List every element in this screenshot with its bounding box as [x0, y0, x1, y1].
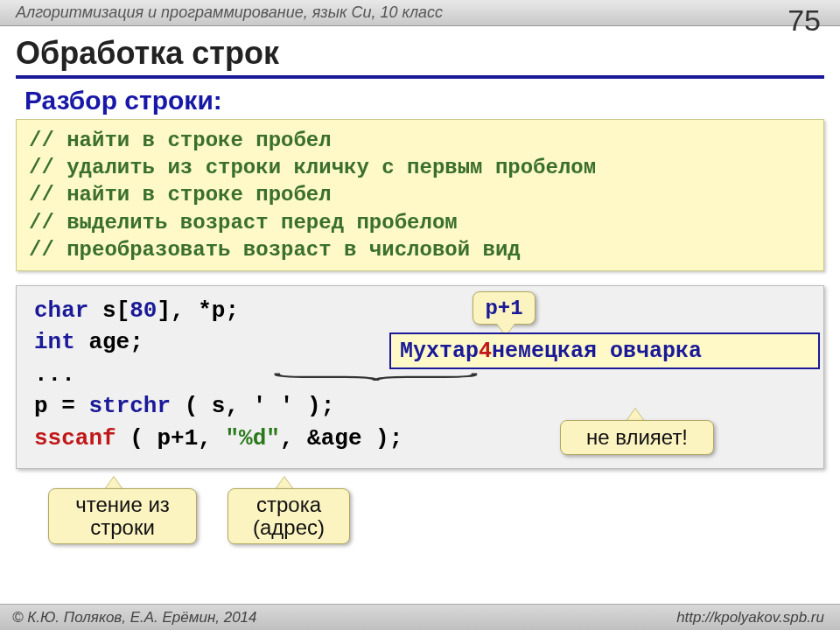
example-string-frame: Мухтар 4 немецкая овчарка	[389, 332, 820, 369]
code-text: p =	[34, 393, 88, 419]
callout-line: строка	[256, 494, 321, 516]
callout-string-address: строка (адрес)	[228, 488, 350, 544]
number-literal: 80	[130, 298, 157, 324]
footer-copyright: © К.Ю. Поляков, Е.А. Ерёмин, 2014	[12, 609, 257, 626]
brace-icon: }	[246, 371, 534, 382]
title-underline	[16, 75, 824, 79]
fn-sscanf: sscanf	[34, 425, 116, 452]
code-text: s[	[88, 298, 130, 324]
comment-line: // найти в строке пробел	[29, 181, 811, 208]
code-text: , &age );	[280, 425, 402, 452]
comment-line: // найти в строке пробел	[29, 127, 811, 154]
code-line: char s[80], *p;	[34, 295, 806, 326]
keyword-char: char	[34, 298, 88, 324]
example-rest: немецкая овчарка	[492, 339, 702, 364]
callout-line: (адрес)	[253, 516, 325, 539]
footer-bar: © К.Ю. Поляков, Е.А. Ерёмин, 2014 http:/…	[0, 604, 840, 630]
callout-read-from-string: чтение из строки	[48, 488, 197, 544]
callout-not-affect: не влияет!	[560, 420, 714, 455]
callout-tail	[276, 477, 293, 489]
code-text: ], *p;	[157, 298, 239, 324]
fn-strchr: strchr	[88, 393, 171, 419]
example-age: 4	[479, 339, 492, 364]
page-title: Обработка строк	[16, 35, 279, 72]
format-string: "%d"	[225, 425, 279, 452]
page-number: 75	[788, 4, 821, 38]
code-text: ( p+1,	[116, 425, 226, 452]
comment-line: // удалить из строки кличку с первым про…	[29, 154, 811, 181]
callout-tail	[626, 409, 644, 421]
callout-p-plus-one: p+1	[472, 291, 536, 325]
code-text: ...	[34, 361, 75, 388]
header-bar: Алгоритмизация и программирование, язык …	[0, 0, 840, 26]
code-text: ( s, ' ' );	[171, 393, 334, 419]
code-line: p = strchr ( s, ' ' );	[34, 390, 806, 422]
callout-line: чтение из	[75, 494, 170, 516]
comment-line: // выделить возраст перед пробелом	[29, 209, 811, 236]
example-name: Мухтар	[400, 339, 479, 364]
comments-box: // найти в строке пробел // удалить из с…	[16, 119, 824, 271]
callout-line: строки	[90, 516, 155, 539]
code-text: age;	[75, 329, 144, 355]
callout-tail	[105, 477, 122, 489]
comment-line: // преобразовать возраст в числовой вид	[29, 236, 811, 263]
footer-url: http://kpolyakov.spb.ru	[676, 609, 824, 626]
section-subtitle: Разбор строки:	[24, 86, 222, 116]
breadcrumb: Алгоритмизация и программирование, язык …	[0, 0, 840, 22]
keyword-int: int	[34, 329, 75, 355]
